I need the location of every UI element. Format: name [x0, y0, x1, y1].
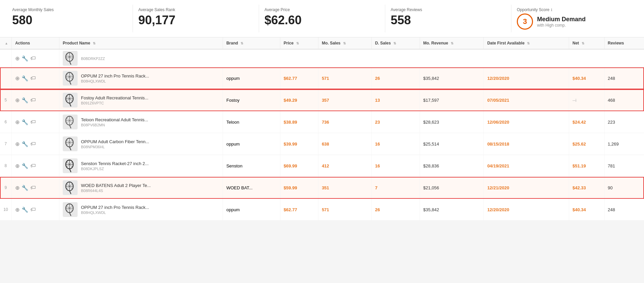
edit-btn[interactable]: 🔧: [22, 119, 28, 125]
date-first-cell: 07/05/2021: [484, 89, 569, 111]
price-cell: $62.77: [280, 199, 318, 221]
sort-arrow-num: ▲: [5, 41, 8, 45]
product-img: [63, 115, 78, 129]
tag-btn[interactable]: 🏷: [30, 141, 36, 147]
product-img: [63, 136, 78, 151]
tag-btn[interactable]: 🏷: [30, 185, 36, 191]
product-name: OPPUM 27 inch Pro Tennis Rack...: [81, 73, 149, 78]
price-cell: $39.99: [280, 133, 318, 155]
tag-icon[interactable]: 🏷: [30, 55, 36, 61]
sort-arrow-price: ⇅: [296, 41, 299, 45]
add-icon[interactable]: ⊕: [15, 55, 20, 62]
sales-rank-value: 90,177: [138, 13, 251, 27]
edit-btn[interactable]: 🔧: [22, 141, 28, 147]
product-name-cell: WOED BATENS Adult 2 Player Te... B08R644…: [59, 177, 223, 199]
add-btn[interactable]: ⊕: [15, 163, 20, 169]
add-btn[interactable]: ⊕: [15, 141, 20, 147]
date-first-cell: 12/06/2020: [484, 111, 569, 133]
date-first-cell: 12/20/2020: [484, 199, 569, 221]
brand-cell: Fostoy: [223, 89, 280, 111]
reviews-cell: 1,269: [604, 133, 644, 155]
col-brand[interactable]: Brand ⇅: [223, 37, 280, 49]
date-first-cell: 12/21/2020: [484, 177, 569, 199]
mo-sales-cell: 571: [318, 67, 371, 89]
table-row: 6 ⊕ 🔧 🏷 Teloon Recreational Adult Tennis…: [0, 111, 644, 133]
stat-monthly-sales: Average Monthly Sales 580: [7, 5, 133, 32]
tag-btn[interactable]: 🏷: [30, 119, 36, 125]
net-cell: $42.33: [569, 177, 605, 199]
reviews-cell: 90: [604, 177, 644, 199]
tag-btn[interactable]: 🏷: [30, 163, 36, 169]
product-asin: B08DKJPLSZ: [81, 167, 149, 171]
net-cell: $25.62: [569, 133, 605, 155]
add-btn[interactable]: ⊕: [15, 119, 20, 125]
add-btn[interactable]: ⊕: [15, 207, 20, 213]
col-product-name[interactable]: Product Name ⇅: [59, 37, 223, 49]
stat-price: Average Price $62.60: [259, 5, 385, 32]
product-name-cell: OPPUM Adult Carbon Fiber Tenn... B08NPM3…: [59, 133, 223, 155]
tag-btn[interactable]: 🏷: [30, 75, 36, 81]
col-num[interactable]: ▲: [0, 37, 11, 49]
reviews-label: Average Reviews: [391, 7, 503, 12]
row-num: 6: [0, 111, 11, 133]
product-asin: B08HQLXWDL: [81, 211, 149, 215]
edit-btn[interactable]: 🔧: [22, 207, 28, 213]
brand-cell: oppum: [223, 133, 280, 155]
date-first-cell: 12/20/2020: [484, 67, 569, 89]
mo-sales-cell: 351: [318, 177, 371, 199]
add-btn[interactable]: ⊕: [15, 75, 20, 82]
col-reviews[interactable]: Reviews: [604, 37, 644, 49]
product-asin: B08PV6B2MN: [81, 123, 148, 127]
col-mo-revenue[interactable]: Mo. Revenue ⇅: [420, 37, 484, 49]
mo-revenue-cell: $25,514: [420, 133, 484, 155]
col-mo-sales[interactable]: Mo. Sales ⇅: [318, 37, 371, 49]
mo-revenue-cell: $35,842: [420, 67, 484, 89]
row-num: 10: [0, 199, 11, 221]
svg-line-23: [69, 125, 71, 128]
edit-btn[interactable]: 🔧: [22, 75, 28, 82]
sort-arrow-d-sales: ⇅: [393, 41, 396, 45]
add-btn[interactable]: ⊕: [15, 185, 20, 191]
table-row: 7 ⊕ 🔧 🏷 OPPUM Adult Carbon Fiber Tenn...…: [0, 133, 644, 155]
product-name: WOED BATENS Adult 2 Player Te...: [81, 183, 151, 188]
edit-btn[interactable]: 🔧: [22, 97, 28, 103]
col-date-first[interactable]: Date First Available ⇅: [484, 37, 569, 49]
col-net[interactable]: Net ⇅: [569, 37, 605, 49]
mo-revenue-cell: $35,842: [420, 199, 484, 221]
col-actions[interactable]: Actions: [11, 37, 59, 49]
mo-revenue-cell: $21,056: [420, 177, 484, 199]
tag-btn[interactable]: 🏷: [30, 207, 36, 213]
sort-arrow-net: ⇅: [582, 41, 584, 45]
mo-revenue-cell: $28,623: [420, 111, 484, 133]
price-cell: $49.29: [280, 89, 318, 111]
col-d-sales[interactable]: D. Sales ⇅: [371, 37, 420, 49]
partial-row: ⊕ 🔧 🏷 B0BDRKP2ZZ: [0, 49, 644, 67]
product-name: OPPUM 27 inch Pro Tennis Rack...: [81, 205, 149, 210]
brand-cell: Senston: [223, 155, 280, 177]
opportunity-score-circle: 3: [517, 13, 533, 30]
d-sales-cell: 26: [371, 199, 420, 221]
product-asin: B091Z6VPTC: [81, 101, 148, 105]
sort-arrow-date: ⇅: [527, 41, 530, 45]
reviews-cell: 468: [604, 89, 644, 111]
edit-btn[interactable]: 🔧: [22, 163, 28, 169]
date-first-cell: 08/15/2018: [484, 133, 569, 155]
brand-cell: Teloon: [223, 111, 280, 133]
product-name: OPPUM Adult Carbon Fiber Tenn...: [81, 139, 149, 144]
row-num: 9: [0, 177, 11, 199]
tag-btn[interactable]: 🏷: [30, 97, 36, 103]
add-btn[interactable]: ⊕: [15, 97, 20, 103]
product-name-cell: OPPUM 27 inch Pro Tennis Rack... B08HQLX…: [59, 67, 223, 89]
product-name: Fostoy Adult Recreational Tennis...: [81, 95, 148, 100]
edit-icon[interactable]: 🔧: [22, 55, 28, 62]
brand-cell: WOED BAT...: [223, 177, 280, 199]
partial-row-actions: ⊕ 🔧 🏷: [11, 49, 59, 67]
col-price[interactable]: Price ⇅: [280, 37, 318, 49]
reviews-cell: 781: [604, 155, 644, 177]
table-row: 5 ⊕ 🔧 🏷 Fostoy Adult Recreational Tennis…: [0, 89, 644, 111]
d-sales-cell: 7: [371, 177, 420, 199]
product-img: [63, 202, 78, 217]
d-sales-cell: 16: [371, 133, 420, 155]
edit-btn[interactable]: 🔧: [22, 185, 28, 191]
row-num: [0, 67, 11, 89]
